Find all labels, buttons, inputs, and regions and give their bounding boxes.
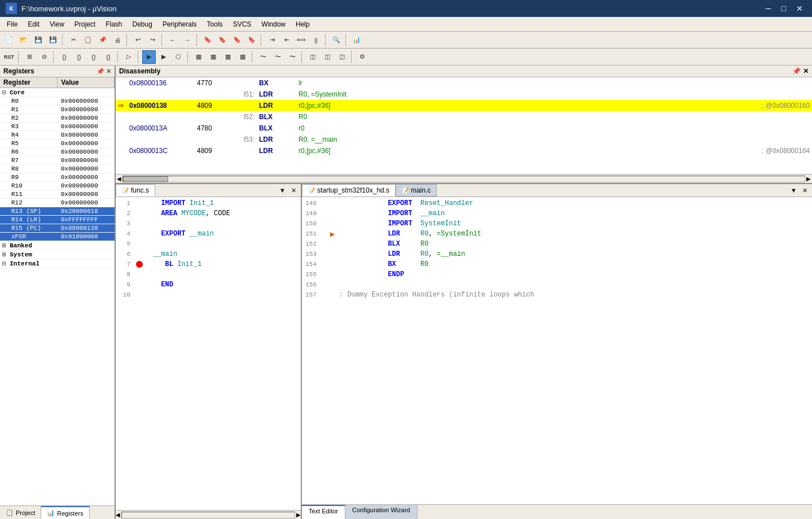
table-row-xpsr[interactable]: xPSR0x01000000 bbox=[0, 233, 115, 241]
table-row[interactable]: R100x00000000 bbox=[0, 182, 115, 190]
run-button[interactable]: ▶ bbox=[142, 50, 156, 64]
run2-button[interactable]: ▶ bbox=[157, 50, 170, 64]
settings-btn[interactable]: ⚙ bbox=[355, 50, 369, 64]
menu-edit[interactable]: Edit bbox=[23, 19, 44, 29]
trace1-btn[interactable]: ◫ bbox=[306, 50, 319, 64]
editor-left-scroll-track[interactable] bbox=[121, 512, 295, 518]
debug-btn4[interactable]: {} bbox=[72, 50, 86, 64]
table-row[interactable]: R10x00000000 bbox=[0, 106, 115, 114]
debug-btn1[interactable]: ⊞ bbox=[23, 50, 36, 64]
scroll-right-icon[interactable]: ▶ bbox=[296, 512, 301, 518]
mem4-btn[interactable]: ▦ bbox=[236, 50, 249, 64]
indent-button[interactable]: ⇥ bbox=[265, 33, 279, 47]
menu-peripherals[interactable]: Peripherals bbox=[158, 19, 201, 29]
open-button[interactable]: 📂 bbox=[17, 33, 30, 47]
close-button[interactable]: ✕ bbox=[793, 4, 806, 13]
menu-project[interactable]: Project bbox=[70, 19, 100, 29]
menu-tools[interactable]: Tools bbox=[203, 19, 227, 29]
new-file-button[interactable]: 📄 bbox=[2, 33, 16, 47]
menu-window[interactable]: Window bbox=[257, 19, 290, 29]
copy-button[interactable]: 📋 bbox=[81, 33, 95, 47]
table-row[interactable]: R50x00000000 bbox=[0, 139, 115, 148]
table-row[interactable]: R30x00000000 bbox=[0, 123, 115, 131]
menu-view[interactable]: View bbox=[45, 19, 69, 29]
table-row-r13[interactable]: R13 (SP)0x20000618 bbox=[0, 207, 115, 216]
print-button[interactable]: 🖨 bbox=[111, 33, 124, 47]
indent3-button[interactable]: ⟺ bbox=[295, 33, 308, 47]
bookmark-button[interactable]: 🔖 bbox=[201, 33, 214, 47]
tab-project[interactable]: 📋 Project bbox=[0, 506, 41, 519]
paste-button[interactable]: 📌 bbox=[96, 33, 109, 47]
table-row-r15[interactable]: R15 (PC)0x08000138 bbox=[0, 224, 115, 233]
table-row-r14[interactable]: R14 (LR)0xFFFFFFFF bbox=[0, 216, 115, 224]
table-row[interactable]: R90x00000000 bbox=[0, 173, 115, 182]
startup-code-content[interactable]: 148 EXPORT Reset_Handler 149 IMPORT __ma… bbox=[302, 197, 812, 504]
nav-fwd-button[interactable]: → bbox=[181, 33, 194, 47]
scroll-left-btn[interactable]: ◀ bbox=[117, 176, 121, 182]
editor-left-scrollbar[interactable]: ◀ ▶ bbox=[116, 510, 301, 519]
bookmark2-button[interactable]: 🔖 bbox=[216, 33, 229, 47]
save-button[interactable]: 💾 bbox=[32, 33, 45, 47]
misc-button[interactable]: 📊 bbox=[350, 33, 363, 47]
debug-btn2[interactable]: ⊘ bbox=[37, 50, 51, 64]
bookmark4-button[interactable]: 🔖 bbox=[245, 33, 258, 47]
table-row[interactable]: R80x00000000 bbox=[0, 165, 115, 173]
menu-svcs[interactable]: SVCS bbox=[229, 19, 256, 29]
nav-back-button[interactable]: ← bbox=[166, 33, 179, 47]
minimize-button[interactable]: ─ bbox=[762, 4, 775, 13]
debug-btn5[interactable]: {} bbox=[87, 50, 100, 64]
tab-text-editor[interactable]: Text Editor bbox=[302, 505, 345, 519]
undo-button[interactable]: ↩ bbox=[131, 33, 144, 47]
wave1-btn[interactable]: 〜 bbox=[256, 50, 270, 64]
scroll-right-btn[interactable]: ▶ bbox=[806, 176, 811, 182]
tab-registers[interactable]: 📊 Registers bbox=[41, 506, 89, 519]
mem2-button[interactable]: ▦ bbox=[207, 50, 220, 64]
rst-button[interactable]: RST bbox=[2, 50, 16, 64]
mem3-btn[interactable]: ▦ bbox=[221, 50, 235, 64]
menu-debug[interactable]: Debug bbox=[128, 19, 157, 29]
redo-button[interactable]: ↪ bbox=[146, 33, 159, 47]
editor-left-close[interactable]: ✕ bbox=[289, 186, 299, 195]
table-row[interactable]: R60x00000000 bbox=[0, 148, 115, 156]
bookmark3-button[interactable]: 🔖 bbox=[230, 33, 244, 47]
table-row[interactable]: R20x00000000 bbox=[0, 114, 115, 123]
maximize-button[interactable]: □ bbox=[778, 4, 789, 13]
table-row[interactable]: R110x00000000 bbox=[0, 190, 115, 199]
save-all-button[interactable]: 💾 bbox=[46, 33, 60, 47]
find-button[interactable]: 🔍 bbox=[330, 33, 343, 47]
disassembly-content[interactable]: 0x08000136 4770 BX lr l51: LDR R0, =Syst… bbox=[116, 77, 812, 174]
trace2-btn[interactable]: ◫ bbox=[321, 50, 334, 64]
disassembly-close-icon[interactable]: ✕ bbox=[803, 67, 809, 75]
pin-icon[interactable]: 📌 bbox=[96, 68, 104, 75]
editor-left-dropdown[interactable]: ▼ bbox=[277, 186, 288, 195]
tab-funcs[interactable]: 📝 func.s bbox=[116, 184, 155, 197]
mem-button[interactable]: ▦ bbox=[192, 50, 205, 64]
table-row[interactable]: R00x00000000 bbox=[0, 97, 115, 106]
wave3-btn[interactable]: 〜 bbox=[286, 50, 299, 64]
tab-main[interactable]: 📝 main.c bbox=[396, 184, 437, 197]
table-row[interactable]: R120x00000000 bbox=[0, 199, 115, 207]
window-controls[interactable]: ─ □ ✕ bbox=[762, 4, 806, 13]
menu-file[interactable]: File bbox=[2, 19, 22, 29]
indent4-button[interactable]: || bbox=[309, 33, 323, 47]
funcs-code-content[interactable]: 1 IMPORT Init_1 2 AREA MYCODE, CODE bbox=[116, 197, 301, 510]
editor-right-close[interactable]: ✕ bbox=[800, 186, 810, 195]
debug-btn6[interactable]: {} bbox=[102, 50, 115, 64]
scroll-thumb[interactable] bbox=[123, 176, 168, 182]
table-row[interactable]: R70x00000000 bbox=[0, 156, 115, 165]
disassembly-pin-icon[interactable]: 📌 bbox=[792, 67, 801, 75]
debug-btn3[interactable]: {} bbox=[58, 50, 71, 64]
wave2-btn[interactable]: 〜 bbox=[271, 50, 284, 64]
stop-button[interactable]: ⬡ bbox=[172, 50, 185, 64]
table-row[interactable]: R40x00000000 bbox=[0, 131, 115, 139]
trace3-btn[interactable]: ◫ bbox=[335, 50, 349, 64]
scroll-track[interactable] bbox=[122, 176, 805, 182]
menu-flash[interactable]: Flash bbox=[101, 19, 126, 29]
tab-config-wizard[interactable]: Configuration Wizard bbox=[345, 505, 418, 519]
tab-startup[interactable]: 📝 startup_stm32f10x_hd.s bbox=[302, 184, 396, 197]
registers-scrollable[interactable]: Register Value ⊟ Core R00x00000000 R10x0… bbox=[0, 77, 115, 505]
indent2-button[interactable]: ⇤ bbox=[280, 33, 293, 47]
menu-help[interactable]: Help bbox=[291, 19, 314, 29]
cut-button[interactable]: ✂ bbox=[67, 33, 80, 47]
step-over-button[interactable]: ▷ bbox=[122, 50, 135, 64]
